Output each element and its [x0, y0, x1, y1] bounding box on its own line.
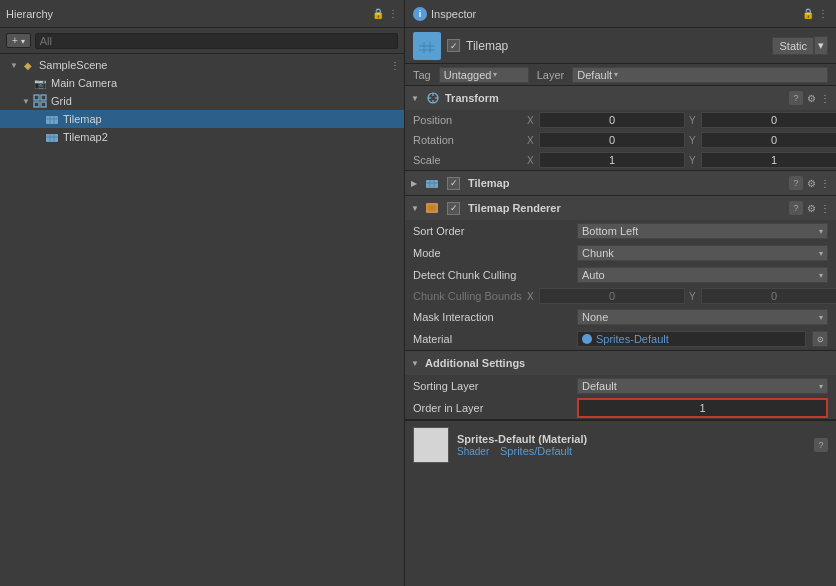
- tag-dropdown-arrow: ▾: [493, 70, 497, 79]
- object-icon: [413, 32, 441, 60]
- transform-help-icon[interactable]: ?: [789, 91, 803, 105]
- additional-settings-section: ▼ Additional Settings Sorting Layer Defa…: [405, 351, 836, 420]
- scale-y: Y: [689, 152, 836, 168]
- scale-label: Scale: [413, 154, 523, 166]
- tilemap-component-header[interactable]: ▶ Tilemap ? ⚙ ⋮: [405, 171, 836, 195]
- layer-dropdown[interactable]: Default ▾: [572, 67, 828, 83]
- tag-layer-row: Tag Untagged ▾ Layer Default ▾: [405, 64, 836, 86]
- tilemap-renderer-header[interactable]: ▼ Tilemap Renderer ? ⚙ ⋮: [405, 196, 836, 220]
- tilemap-renderer-settings-icon[interactable]: ⚙: [807, 203, 816, 214]
- inspector-more-icon[interactable]: ⋮: [818, 8, 828, 19]
- transform-settings-icon[interactable]: ⚙: [807, 93, 816, 104]
- search-input[interactable]: [35, 33, 398, 49]
- chunk-culling-y-input[interactable]: [701, 288, 836, 304]
- mode-value: Chunk: [582, 247, 614, 259]
- material-link[interactable]: Sprites-Default: [596, 333, 669, 345]
- order-in-layer-input[interactable]: [577, 398, 828, 418]
- rotation-x: X: [527, 132, 685, 148]
- scene-more-icon[interactable]: ⋮: [390, 60, 404, 71]
- layer-dropdown-arrow: ▾: [614, 70, 618, 79]
- rotation-row: Rotation X Y Z: [405, 130, 836, 150]
- tag-dropdown[interactable]: Untagged ▾: [439, 67, 529, 83]
- position-row: Position X Y Z: [405, 110, 836, 130]
- svg-rect-12: [419, 42, 435, 53]
- sprites-default-help-icon[interactable]: ?: [814, 438, 828, 452]
- tilemap-renderer-help-icon[interactable]: ?: [789, 201, 803, 215]
- transform-title: Transform: [445, 92, 785, 104]
- additional-settings-expand-arrow: ▼: [411, 359, 421, 368]
- tree-item-tilemap2[interactable]: Tilemap2: [0, 128, 404, 146]
- add-button[interactable]: + ▾: [6, 33, 31, 48]
- tilemap-component-checkbox[interactable]: [447, 177, 460, 190]
- scale-x-input[interactable]: [539, 152, 685, 168]
- rotation-xyz: X Y Z: [527, 132, 836, 148]
- detect-chunk-culling-dropdown[interactable]: Auto ▾: [577, 267, 828, 283]
- svg-rect-0: [34, 95, 39, 100]
- mode-dropdown[interactable]: Chunk ▾: [577, 245, 828, 261]
- inspector-lock-icon[interactable]: 🔒: [802, 8, 814, 19]
- tilemap2-icon: [44, 129, 60, 145]
- layer-label: Layer: [537, 69, 565, 81]
- inspector-panel: i Inspector 🔒 ⋮ Tilemap Static ▾: [405, 0, 836, 586]
- static-dropdown-button[interactable]: ▾: [814, 36, 828, 55]
- sort-order-label: Sort Order: [413, 225, 573, 237]
- object-name: Tilemap: [466, 39, 766, 53]
- tree-item-tilemap[interactable]: Tilemap: [0, 110, 404, 128]
- tilemap-grid-icon: [425, 176, 439, 190]
- tilemap-component-title: Tilemap: [468, 177, 785, 189]
- object-row: Tilemap Static ▾: [405, 28, 836, 64]
- tilemap-renderer-expand-arrow: ▼: [411, 204, 421, 213]
- tree-item-grid[interactable]: ▼ Grid: [0, 92, 404, 110]
- position-y: Y: [689, 112, 836, 128]
- tree-item-camera[interactable]: 📷 Main Camera: [0, 74, 404, 92]
- tree-item-scene[interactable]: ▼ ◆ SampleScene ⋮: [0, 56, 404, 74]
- scale-y-input[interactable]: [701, 152, 836, 168]
- tilemap-icon: [44, 111, 60, 127]
- chunk-culling-x-input[interactable]: [539, 288, 685, 304]
- material-name: Sprites-Default (Material): [457, 433, 806, 445]
- tilemap2-arrow: [32, 133, 44, 142]
- sprites-default-section: Sprites-Default (Material) Shader Sprite…: [405, 420, 836, 469]
- additional-settings-header[interactable]: ▼ Additional Settings: [405, 351, 836, 375]
- inspector-title: Inspector: [431, 8, 798, 20]
- hierarchy-toolbar: + ▾: [0, 28, 404, 54]
- position-x-input[interactable]: [539, 112, 685, 128]
- scale-xyz: X Y Z: [527, 152, 836, 168]
- static-button[interactable]: Static: [772, 37, 814, 55]
- object-active-checkbox[interactable]: [447, 39, 460, 52]
- hierarchy-lock-icon[interactable]: 🔒: [372, 8, 384, 19]
- scene-icon: ◆: [20, 57, 36, 73]
- hierarchy-tree: ▼ ◆ SampleScene ⋮ 📷 Main Camera ▼: [0, 54, 404, 586]
- additional-settings-title: Additional Settings: [425, 357, 830, 369]
- tilemap-renderer-more-icon[interactable]: ⋮: [820, 203, 830, 214]
- info-icon: i: [413, 7, 427, 21]
- material-pick-icon[interactable]: ⊙: [812, 331, 828, 347]
- sorting-layer-dropdown[interactable]: Default ▾: [577, 378, 828, 394]
- mask-interaction-row: Mask Interaction None ▾: [405, 306, 836, 328]
- sort-order-dropdown[interactable]: Bottom Left ▾: [577, 223, 828, 239]
- tilemap-help-icon[interactable]: ?: [789, 176, 803, 190]
- transform-icon: [425, 90, 441, 106]
- tilemap-more-icon[interactable]: ⋮: [820, 178, 830, 189]
- position-label: Position: [413, 114, 523, 126]
- position-y-input[interactable]: [701, 112, 836, 128]
- hierarchy-more-icon[interactable]: ⋮: [388, 8, 398, 19]
- rotation-y-input[interactable]: [701, 132, 836, 148]
- mask-interaction-arrow: ▾: [819, 313, 823, 322]
- svg-rect-1: [41, 95, 46, 100]
- tilemap-renderer-checkbox[interactable]: [447, 202, 460, 215]
- sorting-layer-label: Sorting Layer: [413, 380, 573, 392]
- transform-more-icon[interactable]: ⋮: [820, 93, 830, 104]
- chunk-culling-bounds-xyz: X Y Z: [527, 288, 836, 304]
- shader-value[interactable]: Sprites/Default: [500, 445, 572, 457]
- camera-arrow: [20, 79, 32, 88]
- scale-row: Scale X Y Z: [405, 150, 836, 170]
- detect-chunk-culling-row: Detect Chunk Culling Auto ▾: [405, 264, 836, 286]
- rotation-label: Rotation: [413, 134, 523, 146]
- mask-interaction-dropdown[interactable]: None ▾: [577, 309, 828, 325]
- hierarchy-panel: Hierarchy 🔒 ⋮ + ▾ ▼ ◆ SampleScene ⋮ 📷 Ma…: [0, 0, 405, 586]
- rotation-x-input[interactable]: [539, 132, 685, 148]
- mask-interaction-label: Mask Interaction: [413, 311, 573, 323]
- transform-header[interactable]: ▼ Transform ? ⚙ ⋮: [405, 86, 836, 110]
- tilemap-settings-icon[interactable]: ⚙: [807, 178, 816, 189]
